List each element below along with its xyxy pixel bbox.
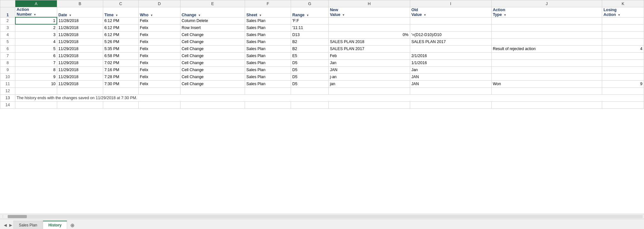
header-time[interactable]: Time ▼ (103, 7, 138, 18)
cell-a11[interactable]: 10 (15, 80, 57, 87)
cell-j14[interactable] (491, 101, 602, 108)
cell-k5[interactable] (602, 38, 644, 45)
cell-c5[interactable]: 5:26 PM (103, 38, 138, 45)
cell-h9[interactable]: JAN (328, 66, 410, 73)
losing-action-dropdown[interactable]: ▼ (618, 13, 621, 17)
cell-c14[interactable] (103, 101, 138, 108)
cell-h3[interactable] (328, 24, 410, 31)
cell-f14[interactable] (245, 101, 291, 108)
cell-e4[interactable]: Cell Change (180, 31, 245, 38)
cell-b4[interactable]: 11/28/2018 (57, 31, 103, 38)
cell-a5[interactable]: 4 (15, 38, 57, 45)
cell-e7[interactable]: Cell Change (180, 52, 245, 59)
cell-f11[interactable]: Sales Plan (245, 80, 291, 87)
cell-d12[interactable] (138, 87, 180, 94)
header-range[interactable]: Range ▼ (291, 7, 329, 18)
cell-j11[interactable]: Won (491, 80, 602, 87)
scroll-track[interactable] (8, 215, 643, 218)
cell-c10[interactable]: 7:28 PM (103, 73, 138, 80)
cell-h5[interactable]: SALES PLAN 2018 (328, 38, 410, 45)
tab-next-button[interactable]: ▶ (8, 221, 13, 229)
cell-g10[interactable]: D5 (291, 73, 329, 80)
cell-f9[interactable]: Sales Plan (245, 66, 291, 73)
cell-j9[interactable] (491, 66, 602, 73)
cell-i6[interactable] (410, 45, 491, 52)
cell-k12[interactable] (602, 87, 644, 94)
cell-c2[interactable]: 6:12 PM (103, 17, 138, 24)
header-new-value[interactable]: NewValue ▼ (328, 7, 410, 18)
cell-e6[interactable]: Cell Change (180, 45, 245, 52)
cell-h11[interactable]: jan (328, 80, 410, 87)
cell-j2[interactable] (491, 17, 602, 24)
sheet-dropdown[interactable]: ▼ (259, 14, 262, 17)
tab-prev-button[interactable]: ◀ (3, 221, 8, 229)
cell-a8[interactable]: 7 (15, 59, 57, 66)
cell-g11[interactable]: D5 (291, 80, 329, 87)
cell-i7[interactable]: 2/1/2016 (410, 52, 491, 59)
cell-k8[interactable] (602, 59, 644, 66)
col-header-d[interactable]: D (138, 0, 180, 7)
cell-j12[interactable] (491, 87, 602, 94)
cell-b3[interactable]: 11/28/2018 (57, 24, 103, 31)
cell-c3[interactable]: 6:12 PM (103, 24, 138, 31)
cell-b14[interactable] (57, 101, 103, 108)
cell-c9[interactable]: 7:16 PM (103, 66, 138, 73)
col-header-e[interactable]: E (180, 0, 245, 7)
old-value-dropdown[interactable]: ▼ (424, 13, 426, 17)
cell-g3[interactable]: '11:11 (291, 24, 329, 31)
cell-h4[interactable]: 0% (328, 31, 410, 38)
cell-e8[interactable]: Cell Change (180, 59, 245, 66)
date-dropdown[interactable]: ▼ (69, 14, 72, 17)
cell-f10[interactable]: Sales Plan (245, 73, 291, 80)
col-header-c[interactable]: C (103, 0, 138, 7)
header-sheet[interactable]: Sheet ▼ (245, 7, 291, 18)
add-tab-button[interactable]: ⊕ (69, 221, 76, 229)
cell-c8[interactable]: 7:02 PM (103, 59, 138, 66)
cell-f3[interactable]: Sales Plan (245, 24, 291, 31)
cell-f7[interactable]: Sales Plan (245, 52, 291, 59)
col-header-k[interactable]: K (602, 0, 644, 7)
new-value-dropdown[interactable]: ▼ (342, 13, 345, 17)
cell-k3[interactable] (602, 24, 644, 31)
cell-f2[interactable]: Sales Plan (245, 17, 291, 24)
cell-i8[interactable]: 1/1/2016 (410, 59, 491, 66)
col-header-a[interactable]: A (15, 0, 57, 7)
cell-i2[interactable] (410, 17, 491, 24)
cell-g9[interactable]: D5 (291, 66, 329, 73)
cell-i4[interactable]: '=(D12-D10)/D10 (410, 31, 491, 38)
cell-a10[interactable]: 9 (15, 73, 57, 80)
cell-i11[interactable]: JAN (410, 80, 491, 87)
cell-e3[interactable]: Row Insert (180, 24, 245, 31)
cell-f12[interactable] (245, 87, 291, 94)
cell-i12[interactable] (410, 87, 491, 94)
tab-sales-plan[interactable]: Sales Plan (13, 221, 42, 229)
cell-f4[interactable]: Sales Plan (245, 31, 291, 38)
cell-a7[interactable]: 6 (15, 52, 57, 59)
cell-b7[interactable]: 11/29/2018 (57, 52, 103, 59)
cell-i14[interactable] (410, 101, 491, 108)
cell-b11[interactable]: 11/29/2018 (57, 80, 103, 87)
scroll-thumb[interactable] (8, 215, 27, 218)
cell-f6[interactable]: Sales Plan (245, 45, 291, 52)
time-dropdown[interactable]: ▼ (115, 14, 118, 17)
cell-k14[interactable] (602, 101, 644, 108)
col-header-j[interactable]: J (491, 0, 602, 7)
cell-b6[interactable]: 11/29/2018 (57, 45, 103, 52)
cell-d8[interactable]: Felix (138, 59, 180, 66)
who-dropdown[interactable]: ▼ (150, 14, 153, 17)
cell-f8[interactable]: Sales Plan (245, 59, 291, 66)
cell-b10[interactable]: 11/29/2018 (57, 73, 103, 80)
cell-k10[interactable] (602, 73, 644, 80)
cell-d6[interactable]: Felix (138, 45, 180, 52)
action-number-dropdown[interactable]: ▼ (34, 13, 36, 17)
cell-a9[interactable]: 8 (15, 66, 57, 73)
cell-g14[interactable] (291, 101, 329, 108)
cell-k7[interactable] (602, 52, 644, 59)
cell-i9[interactable]: Jan (410, 66, 491, 73)
cell-h2[interactable] (328, 17, 410, 24)
cell-e11[interactable]: Cell Change (180, 80, 245, 87)
header-change[interactable]: Change ▼ (180, 7, 245, 18)
cell-i5[interactable]: SALES PLAN 2017 (410, 38, 491, 45)
tab-history[interactable]: History (43, 221, 67, 229)
cell-d9[interactable]: Felix (138, 66, 180, 73)
